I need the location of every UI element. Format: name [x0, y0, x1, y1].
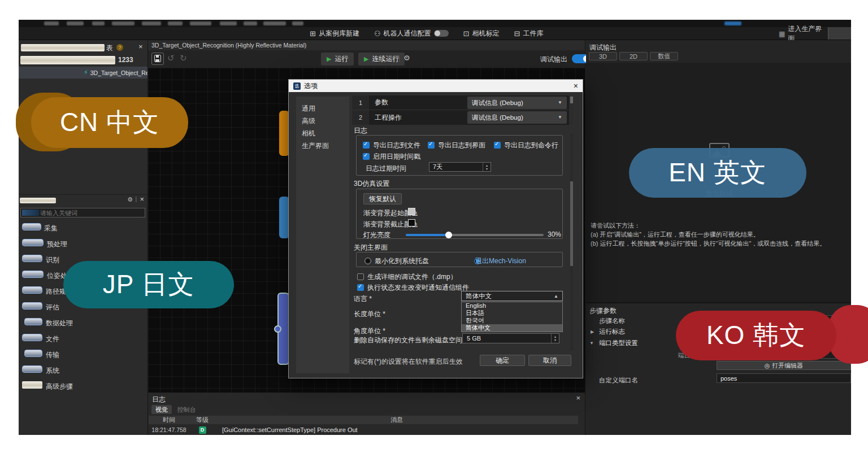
cb-notify[interactable]	[357, 283, 364, 293]
expand-arrow-icon[interactable]: ▼	[589, 341, 594, 346]
checkbox-unchecked-icon	[357, 273, 364, 280]
new-from-case-button[interactable]: ⊞ 从案例库新建	[310, 29, 359, 38]
debug-tab-3d[interactable]: 3D	[589, 52, 617, 60]
robot-comm-button[interactable]: ⚇ 机器人通信配置	[374, 29, 449, 38]
project-panel-close-icon[interactable]: ×	[138, 42, 143, 51]
log-time: 18:21:47.758	[149, 426, 189, 433]
new-from-case-icon: ⊞	[310, 29, 316, 38]
node-port-dot[interactable]	[274, 325, 281, 333]
step-category-system[interactable]: 系统	[19, 362, 147, 378]
project-tab[interactable]: 3D_Target_Object_Recognition (Highly Ref…	[148, 40, 585, 50]
brightness-slider[interactable]	[406, 234, 544, 236]
collapse-arrow-icon[interactable]: ▶	[591, 329, 594, 334]
log-level-select[interactable]: 调试信息 (Debug)▼	[467, 97, 567, 109]
language-option-english[interactable]: English	[462, 302, 562, 310]
toolbar-divider: |	[398, 54, 400, 62]
redacted-icon	[22, 334, 42, 341]
dialog-scrollbar[interactable]	[570, 133, 573, 351]
workpiece-library-button[interactable]: ⊟ 工件库	[514, 29, 543, 38]
step-category-label: 传输	[46, 350, 59, 360]
project-group-row[interactable]: 1233	[19, 55, 147, 66]
grad-end-swatch[interactable]	[408, 219, 415, 226]
cb-export-file-label: 导出日志到文件	[373, 141, 420, 150]
debug-tab-numeric[interactable]: 数值	[650, 52, 678, 60]
nav-production[interactable]: 生产界面	[302, 141, 329, 151]
step-search-box[interactable]	[20, 208, 145, 217]
row-name: 工程操作	[369, 113, 467, 123]
log-level-row[interactable]: 2 工程操作 调试信息 (Debug)▼	[352, 110, 569, 125]
step-category-advanced[interactable]: 高级步骤	[19, 378, 147, 394]
undo-icon[interactable]: ↺	[167, 53, 175, 63]
language-option-simplified-chinese[interactable]: 简体中文	[462, 324, 562, 332]
cb-export-ui[interactable]	[428, 141, 435, 151]
custom-port-label: 自定义端口名	[599, 376, 638, 385]
open-editor-button[interactable]: ◎ 打开编辑器	[717, 361, 851, 370]
debug-output-toggle-label: 调试输出	[540, 55, 567, 64]
step-category-preprocessing[interactable]: 预处理	[19, 236, 147, 251]
step-category-data-processing[interactable]: 数据处理	[19, 315, 147, 330]
table-scrollbar[interactable]	[570, 97, 573, 125]
enter-production-button[interactable]: ▦ 进入生产界面	[779, 28, 826, 40]
disk-space-label: 删除自动保存的文件当剩余磁盘空间低于	[354, 336, 476, 345]
language-combobox[interactable]: 简体中文 ▲	[461, 291, 563, 301]
dialog-title-bar[interactable]: 选 选项 ×	[289, 80, 583, 92]
camera-calibration-icon: ⊡	[463, 29, 470, 38]
language-option-korean[interactable]: 한국어	[462, 317, 562, 324]
cb-dump[interactable]	[357, 272, 364, 282]
step-library-close-icon[interactable]: ×	[140, 195, 144, 203]
log-row[interactable]: 18:21:47.758 D [GuiContext::setCurrentSt…	[149, 425, 578, 434]
spinner-arrows-icon[interactable]: ▴▾	[551, 334, 559, 343]
checkbox-checked-icon	[363, 153, 370, 160]
nav-advanced[interactable]: 高级	[302, 116, 315, 126]
screenshot-root: ⊞ 从案例库新建 ⚇ 机器人通信配置 ⊡ 相机标定 ⊟ 工件库 ▦ 进入生产界面…	[0, 0, 868, 453]
section-close-title: 关闭主界面	[354, 243, 388, 252]
redacted-icon	[24, 318, 42, 325]
grad-start-swatch[interactable]	[408, 208, 415, 215]
cb-export-cmd[interactable]	[494, 141, 501, 151]
redacted-menu-item	[142, 21, 161, 25]
log-panel-close-icon[interactable]: ×	[576, 394, 580, 402]
checkbox-checked-icon	[363, 142, 370, 149]
badge-en-label: EN 英文	[669, 155, 767, 190]
step-category-file[interactable]: 文件	[19, 330, 147, 346]
step-category-acquisition[interactable]: 采集	[19, 220, 147, 236]
cb-export-file[interactable]	[363, 141, 370, 151]
cancel-button[interactable]: 取消	[528, 355, 571, 366]
step-library-settings-icon[interactable]: ⚙	[127, 196, 133, 203]
badge-en: EN 英文	[629, 148, 806, 198]
workpiece-library-icon: ⊟	[514, 29, 520, 38]
redo-icon[interactable]: ↻	[180, 53, 187, 63]
log-level-select[interactable]: 调试信息 (Debug)▼	[467, 111, 567, 124]
help-icon[interactable]: ?	[116, 44, 123, 51]
log-tab-vision[interactable]: 视觉	[151, 405, 172, 414]
run-settings-gear-icon[interactable]: ⚙	[403, 54, 410, 62]
spinner-arrows-icon[interactable]: ▴▾	[483, 163, 491, 171]
restore-default-button[interactable]: 恢复默认	[363, 193, 402, 204]
log-tab-console[interactable]: 控制台	[174, 405, 199, 414]
save-button[interactable]	[151, 53, 164, 65]
ok-button[interactable]: 确定	[480, 355, 525, 366]
camera-calibration-button[interactable]: ⊡ 相机标定	[463, 29, 500, 38]
language-value: 简体中文	[466, 293, 492, 299]
disk-space-spinbox[interactable]: 5 GB ▴▾	[462, 333, 559, 343]
cb-timestamp[interactable]	[363, 152, 370, 162]
radio-minimize-tray[interactable]	[364, 258, 371, 264]
slider-knob[interactable]	[445, 232, 452, 238]
step-search-input[interactable]	[40, 208, 142, 217]
toolbar-spacer	[828, 27, 851, 40]
custom-port-input[interactable]	[717, 373, 851, 383]
row-name: 参数	[369, 98, 467, 107]
step-category-label: 系统	[46, 366, 59, 376]
log-level-row[interactable]: 1 参数 调试信息 (Debug)▼	[352, 95, 569, 110]
log-expire-spinbox[interactable]: 7天 ▴▾	[429, 162, 491, 172]
robot-comm-toggle[interactable]	[434, 30, 449, 37]
nav-camera[interactable]: 相机	[302, 129, 315, 138]
nav-general[interactable]: 通用	[302, 104, 315, 114]
run-button[interactable]: ▶ 运行	[321, 53, 354, 66]
project-item-selected[interactable]: ⚡ 3D_Target_Object_Recognition (Highly .…	[19, 67, 147, 79]
dialog-close-icon[interactable]: ×	[574, 81, 578, 90]
language-option-japanese[interactable]: 日本語	[462, 310, 562, 317]
cb-dump-label: 生成详细的调试文件（.dmp）	[367, 272, 457, 282]
debug-tab-2d[interactable]: 2D	[619, 52, 648, 60]
step-category-transfer[interactable]: 传输	[19, 346, 147, 362]
